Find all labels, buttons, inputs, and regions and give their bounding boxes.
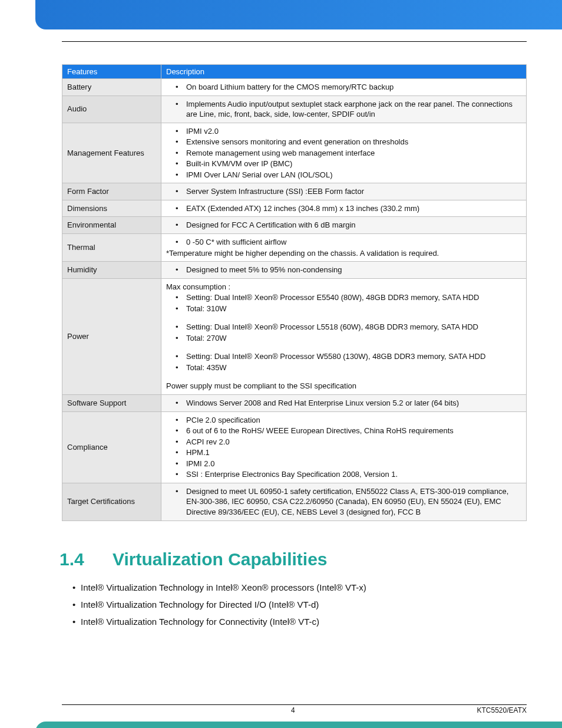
description-cell: Designed to meet UL 60950-1 safety certi… [161,483,527,521]
description-cell: Windows Server 2008 and Red Hat Enterpri… [161,395,527,412]
body-list-item: Intel® Virtualization Technology for Con… [72,617,527,627]
table-row: DimensionsEATX (Extended ATX) 12 inches … [62,200,527,217]
list-item: Built-in KVM/VM over IP (BMC) [166,159,521,169]
feature-cell: Target Certifications [62,483,161,521]
list-item: Setting: Dual Intel® Xeon® Processor L55… [166,322,521,332]
description-cell: Designed for FCC A Certification with 6 … [161,217,527,234]
blank-spacer [166,314,521,321]
table-row: Thermal0 -50 C* with sufficient airflow*… [62,234,527,262]
description-cell: IPMI v2.0Extensive sensors monitoring an… [161,123,527,183]
list-item: Server System Infrastructure (SSI) :EEB … [166,186,521,197]
feature-cell: Battery [62,79,161,96]
description-cell: Implements Audio input/output sextuplet … [161,95,527,123]
table-row: Management FeaturesIPMI v2.0Extensive se… [62,123,527,183]
feature-cell: Compliance [62,411,161,483]
description-cell: 0 -50 C* with sufficient airflow*Tempera… [161,234,527,262]
table-row: AudioImplements Audio input/output sextu… [62,95,527,123]
blank-spacer [166,344,521,351]
th-features: Features [62,65,161,79]
description-cell: Server System Infrastructure (SSI) :EEB … [161,183,527,200]
doc-id: KTC5520/EATX [477,706,527,714]
table-row: BatteryOn board Lithium battery for the … [62,79,527,96]
table-row: CompliancePCIe 2.0 specification6 out of… [62,411,527,483]
plain-text: *Temperature might be higher depending o… [166,248,521,259]
list-item: Extensive sensors monitoring and event g… [166,137,521,147]
list-item: Implements Audio input/output sextuplet … [166,99,521,120]
list-item: HPM.1 [166,447,521,458]
page-content: Features Description BatteryOn board Lit… [0,29,562,640]
th-description: Description [161,65,527,79]
section-bullet-list: Intel® Virtualization Technology in Inte… [72,582,527,627]
list-item: IPMI 2.0 [166,459,521,469]
list-item: Designed to meet 5% to 95% non-condensin… [166,265,521,275]
top-banner [35,0,562,29]
list-item: 6 out of 6 to the RoHS/ WEEE European Di… [166,426,521,436]
table-row: EnvironmentalDesigned for FCC A Certific… [62,217,527,234]
table-row: Target CertificationsDesigned to meet UL… [62,483,527,521]
list-item: Total: 310W [166,304,521,314]
list-item: Setting: Dual Intel® Xeon® Processor W55… [166,351,521,362]
feature-cell: Thermal [62,234,161,262]
blank-spacer [166,373,521,380]
description-cell: Designed to meet 5% to 95% non-condensin… [161,262,527,279]
page-number: 4 [109,706,477,714]
table-row: PowerMax consumption :Setting: Dual Inte… [62,278,527,394]
body-list-item: Intel® Virtualization Technology for Dir… [72,599,527,610]
list-item: Setting: Dual Intel® Xeon® Processor E55… [166,292,521,303]
section-number: 1.4 [59,549,113,569]
feature-cell: Form Factor [62,183,161,200]
list-item: PCIe 2.0 specification [166,415,521,426]
feature-cell: Management Features [62,123,161,183]
table-row: Form FactorServer System Infrastructure … [62,183,527,200]
list-item: IPMI v2.0 [166,126,521,137]
feature-cell: Audio [62,95,161,123]
list-item: Total: 270W [166,333,521,344]
table-row: HumidityDesigned to meet 5% to 95% non-c… [62,262,527,279]
plain-text: Max consumption : [166,282,521,292]
description-cell: Max consumption :Setting: Dual Intel® Xe… [161,278,527,394]
section-heading: 1.4Virtualization Capabilities [59,549,527,569]
table-row: Software SupportWindows Server 2008 and … [62,395,527,412]
list-item: Windows Server 2008 and Red Hat Enterpri… [166,398,521,409]
list-item: SSI : Enterprise Electronics Bay Specifi… [166,469,521,480]
feature-cell: Environmental [62,217,161,234]
feature-cell: Dimensions [62,200,161,217]
top-rule [62,41,527,42]
footer: 4 KTC5520/EATX www.kontron.com [0,704,562,729]
feature-cell: Humidity [62,262,161,279]
list-item: IPMI Over LAN/ Serial over LAN (IOL/SOL) [166,170,521,180]
description-cell: PCIe 2.0 specification6 out of 6 to the … [161,411,527,483]
plain-text: Power supply must be compliant to the SS… [166,381,521,391]
bottom-banner: www.kontron.com [35,722,562,729]
section-title: Virtualization Capabilities [113,549,328,569]
list-item: On board Lithium battery for the CMOS me… [166,82,521,93]
description-cell: On board Lithium battery for the CMOS me… [161,79,527,96]
list-item: Designed for FCC A Certification with 6 … [166,220,521,230]
list-item: Remote management using web management i… [166,148,521,159]
description-cell: EATX (Extended ATX) 12 inches (304.8 mm)… [161,200,527,217]
list-item: Designed to meet UL 60950-1 safety certi… [166,486,521,518]
list-item: ACPI rev 2.0 [166,437,521,447]
list-item: EATX (Extended ATX) 12 inches (304.8 mm)… [166,203,521,214]
feature-cell: Software Support [62,395,161,412]
list-item: 0 -50 C* with sufficient airflow [166,237,521,248]
features-table: Features Description BatteryOn board Lit… [62,64,527,521]
list-item: Total: 435W [166,363,521,373]
body-list-item: Intel® Virtualization Technology in Inte… [72,582,527,592]
feature-cell: Power [62,278,161,394]
